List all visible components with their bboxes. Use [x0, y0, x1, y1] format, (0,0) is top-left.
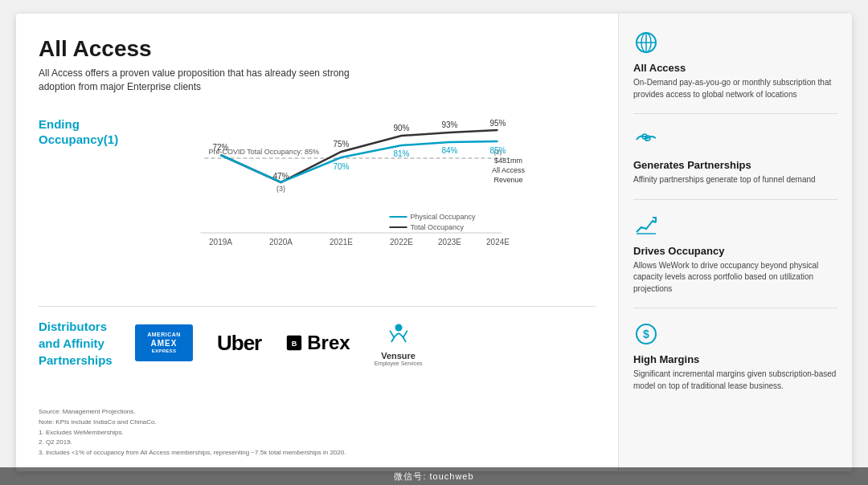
footer-source: Source: Management Projections. [39, 407, 596, 418]
distributors-label: Distributors and Affinity Partnerships [39, 318, 119, 369]
footer-notes: Source: Management Projections. Note: KP… [39, 407, 596, 459]
vensure-logo: Vensure Employee Services [375, 320, 423, 366]
svg-text:2024E: 2024E [486, 238, 510, 247]
svg-text:85%: 85% [489, 146, 506, 155]
right-title-all-access: All Access [633, 62, 837, 74]
right-title-margins: High Margins [633, 353, 837, 365]
svg-text:2020A: 2020A [269, 238, 293, 247]
left-panel: All Access All Access offers a proven va… [16, 14, 619, 471]
wechat-bar: 微信号: touchweb [0, 467, 868, 485]
svg-text:B: B [292, 340, 297, 348]
svg-text:Revenue: Revenue [493, 176, 522, 184]
svg-text:$: $ [643, 328, 649, 340]
divider-2 [633, 199, 837, 200]
svg-text:Physical Occupancy: Physical Occupancy [411, 213, 477, 221]
globe-icon [633, 30, 659, 55]
page-subtitle: All Access offers a proven value proposi… [39, 67, 376, 94]
handshake-icon [633, 127, 659, 153]
footnote3: 3. Includes <1% of occupancy from All Ac… [39, 448, 596, 459]
money-icon: $ [633, 321, 659, 347]
svg-text:47%: 47% [272, 172, 289, 181]
right-item-occupancy: Drives Occupancy Allows WeWork to drive … [633, 213, 837, 295]
distributors-section: Distributors and Affinity Partnerships A… [39, 306, 596, 369]
brex-logo: B Brex [285, 332, 350, 354]
chart-label: Ending Occupancy(1) [39, 116, 103, 148]
svg-text:95%: 95% [489, 119, 506, 128]
right-title-occupancy: Drives Occupancy [633, 245, 837, 257]
svg-text:2021E: 2021E [330, 238, 353, 247]
svg-text:75%: 75% [333, 140, 349, 149]
right-desc-margins: Significant incremental margins given su… [633, 369, 837, 392]
svg-text:72%: 72% [212, 143, 228, 152]
divider-3 [633, 308, 837, 308]
svg-text:70%: 70% [333, 162, 349, 171]
svg-text:81%: 81% [393, 149, 409, 158]
chart-section: Ending Occupancy(1) Pre-COVID Total Occu… [39, 108, 596, 285]
svg-text:$481mm: $481mm [494, 157, 522, 165]
partners-list: AMERICAN AMEX EXPRESS Uber B [135, 320, 596, 366]
svg-text:84%: 84% [441, 146, 457, 155]
svg-text:2022E: 2022E [390, 238, 413, 247]
svg-text:(3): (3) [276, 185, 285, 193]
right-title-partnerships: Generates Partnerships [633, 159, 837, 171]
svg-text:2023E: 2023E [438, 238, 461, 247]
amex-logo: AMERICAN AMEX EXPRESS [135, 324, 193, 361]
svg-text:Total Occupancy: Total Occupancy [411, 223, 465, 231]
uber-logo: Uber [217, 331, 261, 356]
footer-note: Note: KPIs include IndiaCo and ChinaCo. [39, 418, 596, 428]
right-item-partnerships: Generates Partnerships Affinity partners… [633, 127, 837, 186]
vensure-icon [384, 320, 413, 349]
chart-growth-icon [633, 213, 659, 238]
right-desc-all-access: On-Demand pay-as-you-go or monthly subsc… [633, 77, 837, 100]
page-title: All Access [39, 36, 596, 62]
svg-point-30 [395, 324, 402, 331]
svg-text:93%: 93% [441, 120, 457, 129]
chart-container: Pre-COVID Total Occupancy: 85% (2) $481m… [103, 108, 596, 285]
wechat-text: 微信号: touchweb [394, 471, 473, 483]
right-item-margins: $ High Margins Significant incremental m… [633, 321, 837, 392]
right-desc-occupancy: Allows WeWork to drive occupancy beyond … [633, 260, 837, 295]
right-panel: All Access On-Demand pay-as-you-go or mo… [619, 14, 852, 471]
occupancy-chart: Pre-COVID Total Occupancy: 85% (2) $481m… [103, 108, 596, 285]
svg-text:2019A: 2019A [209, 238, 232, 247]
right-item-all-access: All Access On-Demand pay-as-you-go or mo… [633, 30, 837, 100]
footnote1: 1. Excludes WeMemberships. [39, 428, 596, 438]
main-container: All Access All Access offers a proven va… [16, 14, 852, 471]
footnote2: 2. Q2 2019. [39, 438, 596, 448]
brex-icon: B [285, 334, 303, 352]
svg-text:All Access: All Access [492, 166, 526, 174]
svg-text:90%: 90% [393, 124, 409, 132]
right-desc-partnerships: Affinity partnerships generate top of fu… [633, 174, 837, 186]
divider-1 [633, 113, 837, 114]
